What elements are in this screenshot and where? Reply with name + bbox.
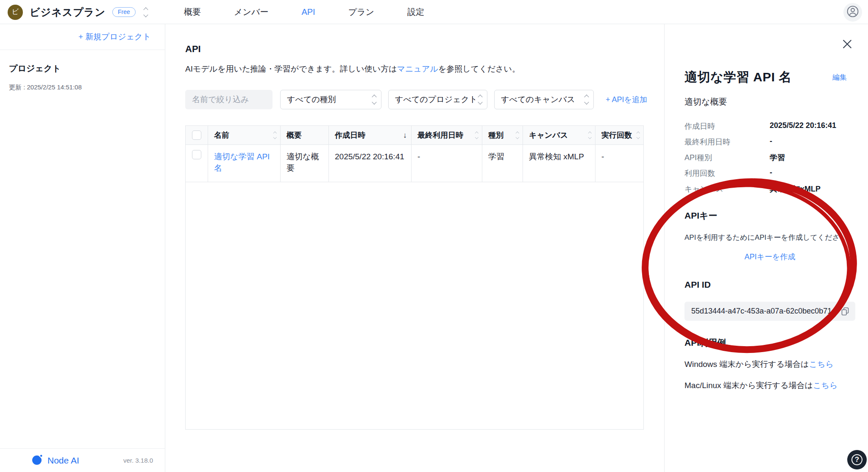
field-value: - bbox=[770, 137, 772, 146]
field-label: 最終利用日時 bbox=[684, 137, 770, 147]
column-header-last-used[interactable]: 最終利用日時 bbox=[412, 126, 482, 144]
row-checkbox[interactable] bbox=[192, 150, 201, 159]
type-filter-select[interactable]: すべての種別 bbox=[280, 90, 381, 109]
project-updated-timestamp: 更新 : 2025/2/25 14:51:08 bbox=[9, 83, 165, 92]
manual-link[interactable]: マニュアル bbox=[397, 64, 438, 73]
column-label: 名前 bbox=[214, 130, 229, 140]
column-header-summary[interactable]: 概要 bbox=[281, 126, 329, 144]
node-ai-logo[interactable]: Node AI bbox=[31, 454, 79, 467]
cell-canvas: 異常検知 xMLP bbox=[523, 145, 595, 182]
tab-members[interactable]: メンバー bbox=[234, 6, 268, 18]
tab-settings[interactable]: 設定 bbox=[407, 6, 424, 18]
windows-example-link[interactable]: こちら bbox=[809, 360, 834, 369]
copy-icon[interactable] bbox=[840, 306, 850, 317]
usage-text: Mac/Linux 端末から実行する場合は bbox=[684, 381, 813, 390]
cell-runs: - bbox=[595, 145, 643, 182]
main-tabs: 概要 メンバー API プラン 設定 bbox=[184, 0, 424, 24]
field-value: 2025/5/22 20:16:41 bbox=[770, 121, 836, 130]
detail-subtitle: 適切な概要 bbox=[684, 96, 855, 108]
column-header-type[interactable]: 種別 bbox=[482, 126, 523, 144]
field-canvas: キャンバス 異常検知xMLP bbox=[684, 184, 855, 200]
row-checkbox-cell bbox=[186, 145, 208, 182]
column-header-created[interactable]: 作成日時 ↓ bbox=[329, 126, 412, 144]
cell-created: 2025/5/22 20:16:41 bbox=[329, 145, 412, 182]
field-label: 作成日時 bbox=[684, 121, 770, 131]
select-all-checkbox[interactable] bbox=[192, 130, 201, 140]
description-text: AIモデルを用いた推論・学習ができます。詳しい使い方は bbox=[185, 64, 397, 73]
page-title: API bbox=[185, 44, 664, 55]
tab-api[interactable]: API bbox=[301, 7, 315, 17]
cell-type: 学習 bbox=[482, 145, 523, 182]
chevron-up-down-icon bbox=[479, 95, 482, 104]
close-icon bbox=[841, 44, 854, 52]
field-value: 異常検知xMLP bbox=[770, 184, 821, 194]
workspace-switcher[interactable]: ビ ビジネスプラン Free bbox=[8, 0, 147, 24]
sort-arrows-icon[interactable] bbox=[274, 132, 276, 138]
cell-last-used: - bbox=[412, 145, 482, 182]
column-header-name[interactable]: 名前 bbox=[208, 126, 281, 144]
app-window: ビ ビジネスプラン Free 概要 メンバー API プラン 設定 bbox=[0, 0, 868, 472]
api-table: 名前 概要 作成日時 ↓ 最終利用日時 種別 bbox=[185, 125, 644, 430]
add-api-button[interactable]: + APIを追加 bbox=[606, 94, 647, 105]
detail-fields: 作成日時 2025/5/22 20:16:41 最終利用日時 - API種別 学… bbox=[684, 121, 855, 200]
description-text-suffix: を参照してください。 bbox=[438, 64, 520, 73]
detail-title-row: 適切な学習 API 名 編集 bbox=[684, 69, 855, 86]
type-filter-value: すべての種別 bbox=[287, 94, 369, 105]
edit-button[interactable]: 編集 bbox=[832, 72, 847, 82]
user-account-button[interactable] bbox=[843, 3, 862, 22]
detail-title: 適切な学習 API 名 bbox=[684, 69, 792, 86]
field-value: - bbox=[770, 168, 772, 177]
close-panel-button[interactable] bbox=[841, 38, 854, 50]
sort-arrows-icon[interactable] bbox=[516, 132, 519, 138]
cell-name: 適切な学習 API 名 bbox=[208, 145, 281, 182]
search-input[interactable] bbox=[185, 90, 273, 109]
api-usage-section: API利用例 Windows 端末から実行する場合はこちら Mac/Linux … bbox=[684, 337, 855, 391]
new-project-row: + 新規プロジェクト bbox=[0, 24, 165, 50]
chevron-up-down-icon bbox=[585, 95, 588, 104]
cell-summary: 適切な概要 bbox=[281, 145, 329, 182]
question-circle-icon: ? bbox=[851, 454, 862, 465]
field-api-type: API種別 学習 bbox=[684, 153, 855, 168]
page-description: AIモデルを用いた推論・学習ができます。詳しい使い方はマニュアルを参照してくださ… bbox=[185, 64, 664, 75]
arrow-down-icon[interactable]: ↓ bbox=[403, 131, 407, 140]
tab-plan[interactable]: プラン bbox=[348, 6, 374, 18]
column-header-canvas[interactable]: キャンバス bbox=[523, 126, 595, 144]
help-button[interactable]: ? bbox=[847, 450, 867, 469]
api-usage-title: API利用例 bbox=[684, 337, 855, 349]
column-label: 最終利用日時 bbox=[417, 130, 463, 140]
api-id-title: API ID bbox=[684, 280, 855, 290]
sort-arrows-icon[interactable] bbox=[476, 132, 478, 138]
chevron-up-down-icon bbox=[373, 95, 376, 104]
field-usage-count: 利用回数 - bbox=[684, 168, 855, 184]
sort-arrows-icon[interactable] bbox=[589, 132, 591, 138]
app-version: ver. 3.18.0 bbox=[123, 457, 153, 464]
column-label: 概要 bbox=[287, 130, 302, 140]
api-key-description: APIを利用するためにAPIキーを作成してください。 bbox=[684, 233, 855, 242]
user-circle-icon bbox=[846, 5, 860, 20]
create-api-key-button[interactable]: APIキーを作成 bbox=[745, 253, 796, 261]
chevron-up-down-icon[interactable] bbox=[144, 8, 147, 17]
api-page: API AIモデルを用いた推論・学習ができます。詳しい使い方はマニュアルを参照し… bbox=[165, 24, 664, 472]
field-last-used: 最終利用日時 - bbox=[684, 137, 855, 153]
usage-line-windows: Windows 端末から実行する場合はこちら bbox=[684, 359, 855, 370]
mac-example-link[interactable]: こちら bbox=[813, 381, 837, 390]
node-ai-logo-text: Node AI bbox=[47, 455, 79, 466]
project-section-title: プロジェクト bbox=[9, 63, 165, 74]
api-key-section: APIキー APIを利用するためにAPIキーを作成してください。 APIキーを作… bbox=[684, 210, 855, 262]
plan-badge: Free bbox=[112, 7, 136, 17]
tab-overview[interactable]: 概要 bbox=[184, 6, 201, 18]
field-label: API種別 bbox=[684, 153, 770, 163]
sidebar-footer: Node AI ver. 3.18.0 bbox=[0, 448, 165, 472]
canvas-filter-select[interactable]: すべてのキャンバス bbox=[494, 90, 594, 109]
api-id-box: 55d13444-a47c-453a-a07a-62c0bec0b71a bbox=[684, 302, 855, 321]
table-header-row: 名前 概要 作成日時 ↓ 最終利用日時 種別 bbox=[186, 126, 643, 145]
field-created: 作成日時 2025/5/22 20:16:41 bbox=[684, 121, 855, 137]
sort-arrows-icon[interactable] bbox=[637, 132, 640, 138]
workspace-name: ビジネスプラン bbox=[30, 6, 106, 19]
header-checkbox-cell bbox=[186, 126, 208, 144]
api-name-link[interactable]: 適切な学習 API 名 bbox=[214, 152, 270, 172]
new-project-button[interactable]: + 新規プロジェクト bbox=[78, 31, 151, 42]
project-filter-select[interactable]: すべてのプロジェクト bbox=[388, 90, 487, 109]
column-header-runs[interactable]: 実行回数 bbox=[595, 126, 643, 144]
field-value: 学習 bbox=[770, 153, 785, 163]
